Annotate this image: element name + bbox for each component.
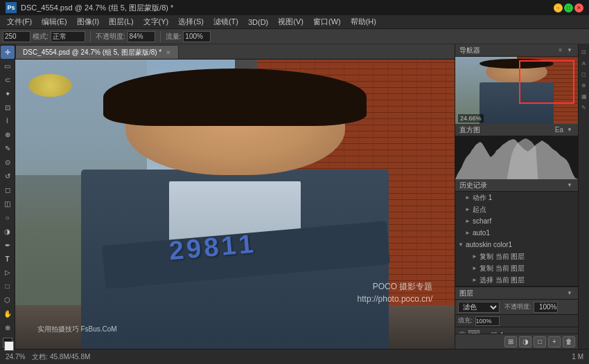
hist-arrow-icon: ►	[472, 277, 477, 283]
menu-item-l[interactable]: 图层(L)	[105, 16, 137, 28]
tool-gradient[interactable]: ◫	[1, 197, 15, 210]
tool-crop[interactable]: ⊡	[1, 101, 15, 114]
nav-thumbnail: 24.66%	[455, 57, 578, 124]
nav-zoom-label: 24.66%	[458, 114, 484, 122]
tool-shape[interactable]: □	[1, 280, 15, 293]
navigator-header: 导航器 ≡ ▼	[455, 44, 578, 57]
hist-item-label: 复制 当前 图层	[480, 264, 525, 273]
tool-move[interactable]: ✛	[1, 46, 15, 59]
strip-btn-4[interactable]: ⊛	[579, 80, 589, 90]
strip-btn-1[interactable]: ⊡	[579, 47, 589, 57]
new-group-btn[interactable]: ⊞	[504, 336, 517, 347]
flow-input[interactable]	[183, 31, 211, 42]
poco-line1: POCO 摄影专题	[358, 280, 433, 293]
tool-clone[interactable]: ⊙	[1, 156, 15, 169]
history-item[interactable]: ▼autoskin color1	[455, 239, 578, 251]
layers-panel: 图层 ▼ 滤色 不透明度: 填充: ● 📁 ► 组 4	[455, 286, 578, 349]
menu-item-y[interactable]: 文字(Y)	[139, 16, 173, 28]
opacity-toolbar-input[interactable]	[534, 302, 558, 313]
history-item[interactable]: ►auto1	[455, 227, 578, 239]
tool-lasso[interactable]: ⊂	[1, 73, 15, 87]
close-button[interactable]: ✕	[574, 3, 583, 12]
status-bar: 24.7% 文档: 45.8M/45.8M 1 M	[0, 349, 589, 364]
menu-item-h[interactable]: 帮助(H)	[346, 16, 380, 28]
strip-btn-5[interactable]: ▦	[579, 91, 589, 101]
tool-text[interactable]: T	[1, 253, 15, 266]
tool-blur[interactable]: ○	[1, 211, 15, 224]
menu-item-i[interactable]: 图像(I)	[73, 16, 103, 28]
layers-header-btns: ▼	[565, 289, 574, 297]
history-menu[interactable]: ▼	[565, 181, 574, 189]
minimize-button[interactable]: −	[554, 3, 563, 12]
main-tab[interactable]: DSC_4554.psd @ 24.7% (组 5, 图层蒙版/8) * ✕	[15, 45, 179, 59]
opacity-input[interactable]	[128, 31, 155, 42]
navigator-menu[interactable]: ▼	[565, 46, 574, 54]
menu-item-f[interactable]: 文件(F)	[3, 16, 36, 28]
layer-item[interactable]: ● 📁 ► 组 4	[455, 327, 578, 334]
hist-item-label: 复制 当前 图层	[480, 252, 525, 262]
maximize-button[interactable]: □	[564, 3, 573, 12]
hist-arrow-icon: ►	[472, 253, 477, 260]
strip-btn-3[interactable]: ◻	[579, 69, 589, 79]
hist-item-label: autoskin color1	[466, 241, 512, 248]
menu-item-t[interactable]: 滤镜(T)	[209, 16, 243, 28]
photo-canvas: 29811 POCO 摄影专题 http://photo.poco.cn/ 实用…	[15, 60, 455, 349]
right-panel: 导航器 ≡ ▼ 24.66%	[455, 44, 578, 349]
tool-3d[interactable]: ⬡	[1, 293, 15, 307]
new-adjustment-btn[interactable]: ◑	[519, 336, 531, 347]
blend-mode-select[interactable]: 滤色	[458, 302, 500, 313]
icon-strip: ⊡ A ◻ ⊛ ▦ ✎	[578, 44, 589, 349]
navigator-panel: 导航器 ≡ ▼ 24.66%	[455, 44, 578, 124]
background-color[interactable]	[4, 341, 14, 349]
strip-btn-2[interactable]: A	[579, 58, 589, 68]
tool-magic-wand[interactable]: ✦	[1, 87, 15, 100]
tool-path-select[interactable]: ▷	[1, 266, 15, 280]
tool-brush[interactable]: ✎	[1, 142, 15, 155]
menu-item-e[interactable]: 编辑(E)	[37, 16, 71, 28]
tool-hand[interactable]: ✋	[1, 307, 15, 320]
histogram-menu[interactable]: ▼	[565, 126, 574, 134]
menu-item-dd[interactable]: 3D(D)	[244, 17, 272, 27]
navigator-collapse[interactable]: ≡	[557, 46, 563, 54]
poco-line2: http://photo.poco.cn/	[358, 293, 433, 305]
history-item[interactable]: ►复制 当前 图层	[455, 251, 578, 262]
new-layer-btn[interactable]: +	[548, 336, 561, 347]
history-header-btns: ▼	[565, 181, 574, 189]
tool-eyedropper[interactable]: ⌇	[1, 115, 15, 128]
hist-item-label: auto1	[473, 229, 490, 237]
history-item[interactable]: ►起点	[455, 203, 578, 215]
menu-item-v[interactable]: 视图(V)	[274, 16, 308, 28]
add-mask-btn[interactable]: □	[534, 336, 546, 347]
history-item[interactable]: ►scharf	[455, 215, 578, 227]
layers-footer: ⊞ ◑ □ + 🗑	[455, 334, 578, 349]
window-buttons: − □ ✕	[554, 3, 583, 12]
history-item[interactable]: ►动作 1	[455, 192, 578, 203]
hist-arrow-icon: ►	[465, 218, 471, 224]
history-item[interactable]: ►选择 当前 图层	[455, 274, 578, 286]
tool-dodge[interactable]: ◑	[1, 225, 15, 238]
tool-history-brush[interactable]: ↺	[1, 170, 15, 183]
histogram-panel: 直方图 Ea ▼	[455, 124, 578, 179]
fill-input[interactable]	[475, 316, 500, 326]
tab-bar: DSC_4554.psd @ 24.7% (组 5, 图层蒙版/8) * ✕	[15, 44, 455, 60]
delete-layer-btn[interactable]: 🗑	[563, 336, 575, 347]
tool-pen[interactable]: ✒	[1, 239, 15, 252]
history-list[interactable]: ►动作 1►起点►scharf►auto1▼autoskin color1►复制…	[455, 192, 578, 286]
menu-item-w[interactable]: 窗口(W)	[309, 16, 345, 28]
tool-healing[interactable]: ⊕	[1, 128, 15, 141]
tool-eraser[interactable]: ◻	[1, 183, 15, 197]
tool-zoom[interactable]: ⊕	[1, 321, 15, 334]
history-item[interactable]: ►复制 当前 图层	[455, 262, 578, 274]
strip-btn-6[interactable]: ✎	[579, 102, 589, 112]
brush-size-input[interactable]	[3, 31, 30, 42]
tab-close-icon[interactable]: ✕	[166, 49, 171, 56]
hist-item-label: 选择 当前 图层	[480, 275, 525, 285]
histogram-header: 直方图 Ea ▼	[455, 124, 578, 136]
tool-marquee[interactable]: ▭	[1, 60, 15, 73]
navigator-title: 导航器	[459, 46, 480, 55]
histogram-svg	[455, 136, 578, 179]
layers-menu[interactable]: ▼	[565, 289, 574, 297]
hist-arrow-icon: ►	[465, 194, 471, 201]
mode-input[interactable]	[51, 31, 85, 42]
menu-item-s[interactable]: 选择(S)	[174, 16, 208, 28]
